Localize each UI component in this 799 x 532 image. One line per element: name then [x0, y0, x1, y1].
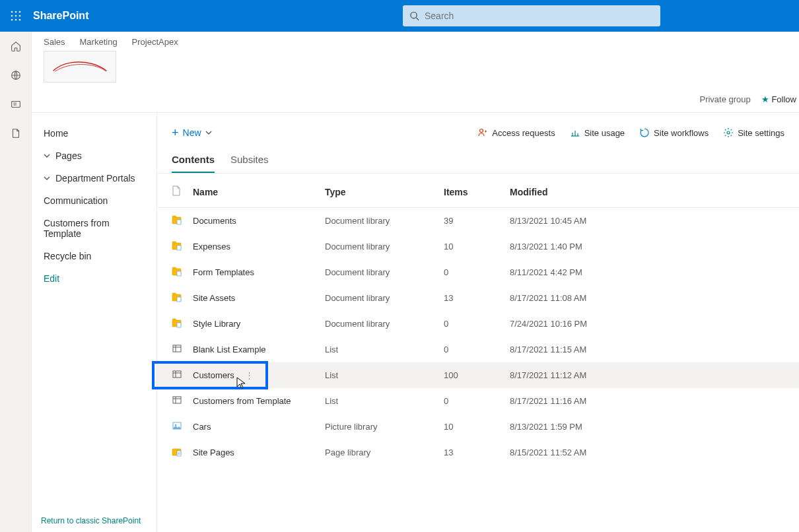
- table-row[interactable]: ExpensesDocument library108/13/2021 1:40…: [157, 234, 799, 259]
- tab-subsites[interactable]: Subsites: [230, 154, 269, 173]
- row-more-icon[interactable]: ⋮: [241, 370, 258, 380]
- row-modified: 8/17/2021 11:12 AM: [504, 362, 799, 388]
- site-usage-button[interactable]: Site usage: [570, 127, 625, 138]
- chevron-down-icon: [44, 152, 53, 159]
- table-row[interactable]: Style LibraryDocument library07/24/2021 …: [157, 311, 799, 337]
- row-modified: 8/15/2021 11:52 AM: [504, 440, 799, 465]
- access-requests-button[interactable]: Access requests: [477, 127, 555, 138]
- row-name: Customers from Template: [193, 396, 291, 406]
- row-modified: 8/13/2021 10:45 AM: [504, 208, 799, 234]
- search-input[interactable]: [425, 11, 654, 21]
- new-button[interactable]: + New: [172, 127, 212, 139]
- suite-bar: SharePoint: [0, 0, 799, 32]
- main-content: + New Access requests Site usage: [157, 113, 799, 532]
- row-modified: 8/17/2021 11:16 AM: [504, 388, 799, 414]
- row-modified: 8/13/2021 1:40 PM: [504, 234, 799, 259]
- site-settings-button[interactable]: Site settings: [723, 127, 784, 138]
- row-items: 13: [438, 440, 504, 465]
- svg-rect-20: [177, 246, 181, 250]
- row-items: 39: [438, 208, 504, 234]
- row-type: List: [320, 337, 438, 362]
- svg-point-37: [175, 424, 177, 426]
- svg-rect-33: [173, 397, 181, 403]
- col-type[interactable]: Type: [320, 174, 438, 208]
- row-items: 100: [438, 362, 504, 388]
- home-icon[interactable]: [9, 40, 22, 53]
- hub-link[interactable]: Marketing: [80, 37, 118, 47]
- hub-header: Sales Marketing ProjectApex: [32, 32, 799, 86]
- row-name: Documents: [193, 216, 236, 226]
- svg-point-4: [15, 15, 17, 17]
- star-icon: ★: [761, 94, 769, 104]
- svg-point-8: [19, 19, 21, 21]
- hub-link[interactable]: ProjectApex: [132, 37, 178, 47]
- return-classic-link[interactable]: Return to classic SharePoint: [41, 516, 141, 525]
- row-name: Cars: [193, 422, 211, 432]
- row-type: Document library: [320, 208, 438, 234]
- search-icon: [409, 11, 419, 21]
- row-items: 0: [438, 259, 504, 285]
- app-root: SharePoint Sales Marketing ProjectApex: [0, 0, 799, 532]
- table-row[interactable]: Customers from TemplateList08/17/2021 11…: [157, 388, 799, 414]
- tab-contents[interactable]: Contents: [172, 154, 215, 173]
- col-name[interactable]: Name: [188, 174, 320, 208]
- row-name: Customers: [193, 370, 234, 380]
- row-name: Site Assets: [193, 293, 235, 303]
- table-row[interactable]: Blank List ExampleList08/17/2021 11:15 A…: [157, 337, 799, 362]
- follow-button[interactable]: ★ Follow: [761, 94, 796, 104]
- svg-rect-26: [177, 323, 181, 327]
- command-bar: + New Access requests Site usage: [157, 119, 799, 146]
- doclib-icon: [172, 240, 182, 251]
- row-items: 10: [438, 414, 504, 440]
- nav-edit-link[interactable]: Edit: [32, 267, 156, 290]
- row-items: 0: [438, 337, 504, 362]
- nav-customers-template[interactable]: Customers from Template: [32, 212, 156, 245]
- globe-icon[interactable]: [9, 69, 22, 82]
- doclib-icon: [172, 266, 182, 277]
- nav-recycle-bin[interactable]: Recycle bin: [32, 245, 156, 267]
- content-tabs: Contents Subsites: [157, 146, 799, 174]
- svg-point-2: [19, 11, 21, 13]
- table-row[interactable]: Form TemplatesDocument library08/11/2021…: [157, 259, 799, 285]
- site-logo[interactable]: [44, 51, 116, 83]
- private-group-label: Private group: [699, 94, 750, 104]
- table-row[interactable]: Site AssetsDocument library138/17/2021 1…: [157, 285, 799, 311]
- search-box[interactable]: [403, 5, 660, 26]
- row-name: Site Pages: [193, 448, 234, 457]
- nav-pages[interactable]: Pages: [32, 145, 156, 167]
- row-type: Document library: [320, 311, 438, 337]
- doclib-icon: [172, 215, 182, 225]
- table-row[interactable]: Site PagesPage library138/15/2021 11:52 …: [157, 440, 799, 465]
- svg-rect-39: [177, 451, 181, 456]
- chevron-down-icon: [205, 127, 212, 138]
- row-modified: 8/17/2021 11:08 AM: [504, 285, 799, 311]
- svg-rect-22: [177, 271, 181, 276]
- doclib-icon: [172, 317, 182, 328]
- table-row[interactable]: DocumentsDocument library398/13/2021 10:…: [157, 208, 799, 234]
- file-icon[interactable]: [9, 127, 22, 140]
- row-modified: 8/17/2021 11:15 AM: [504, 337, 799, 362]
- svg-point-7: [15, 19, 17, 21]
- svg-rect-30: [173, 371, 181, 378]
- svg-rect-24: [177, 297, 181, 302]
- news-icon[interactable]: [9, 98, 22, 111]
- table-row[interactable]: Customers⋮List1008/17/2021 11:12 AM: [157, 362, 799, 388]
- app-launcher-icon[interactable]: [7, 7, 25, 25]
- row-type: List: [320, 362, 438, 388]
- site-workflows-button[interactable]: Site workflows: [639, 127, 709, 138]
- svg-line-10: [416, 18, 419, 20]
- left-rail: [0, 32, 32, 532]
- svg-point-16: [727, 131, 730, 134]
- list-icon: [172, 395, 182, 405]
- row-type: Document library: [320, 259, 438, 285]
- row-items: 0: [438, 388, 504, 414]
- row-modified: 7/24/2021 10:16 PM: [504, 311, 799, 337]
- nav-communication[interactable]: Communication: [32, 189, 156, 212]
- col-modified[interactable]: Modified: [504, 174, 799, 208]
- col-items[interactable]: Items: [438, 174, 504, 208]
- nav-department-portals[interactable]: Department Portals: [32, 167, 156, 189]
- brand-label[interactable]: SharePoint: [33, 10, 88, 22]
- nav-home[interactable]: Home: [32, 122, 156, 145]
- table-row[interactable]: CarsPicture library108/13/2021 1:59 PM: [157, 414, 799, 440]
- hub-link[interactable]: Sales: [44, 37, 65, 47]
